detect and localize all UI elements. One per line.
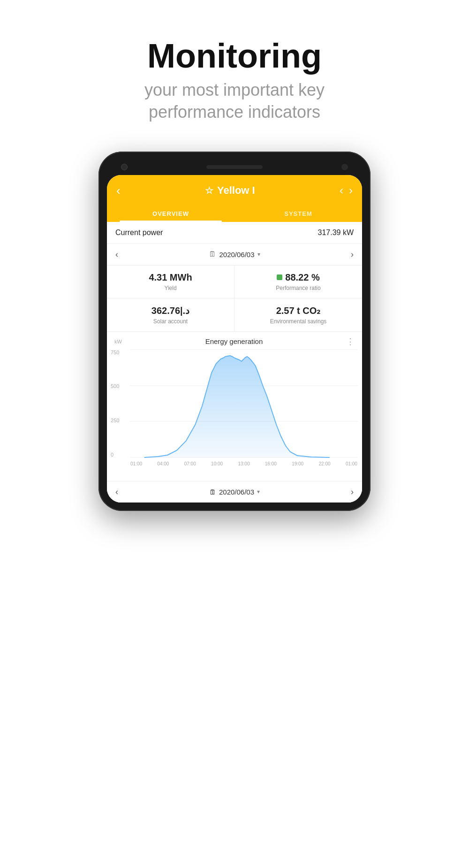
y-label-0: 0 xyxy=(111,452,119,457)
tab-overview[interactable]: OVERVIEW xyxy=(107,206,234,222)
date-next-button[interactable]: › xyxy=(351,250,354,259)
calendar-icon: 🗓 xyxy=(209,250,216,259)
chart-section: kW Energy generation ⋮ 0 250 500 750 xyxy=(107,332,362,481)
yield-label: Yield xyxy=(115,285,226,291)
env-savings-label: Environmental savings xyxy=(243,318,354,325)
date-nav-row: ‹ 🗓 2020/06/03 ▾ › xyxy=(107,244,362,266)
phone-screen: ‹ ☆ Yellow I ‹ › OVERVIEW xyxy=(107,175,362,503)
bottom-next-button[interactable]: › xyxy=(351,487,354,497)
phone-sensor xyxy=(341,164,348,170)
app-title: Yellow I xyxy=(217,184,255,197)
bottom-nav-row: ‹ 🗓 2020/06/03 ▾ › xyxy=(107,481,362,503)
back-button[interactable]: ‹ xyxy=(116,183,121,198)
x-label-1300: 13:00 xyxy=(238,461,250,466)
yield-value: 4.31 MWh xyxy=(115,272,226,283)
prev-icon[interactable]: ‹ xyxy=(340,184,343,197)
performance-value: 88.22 % xyxy=(243,272,354,283)
page-header: Monitoring your most important key perfo… xyxy=(144,38,325,123)
phone-speaker xyxy=(206,165,263,169)
app-tabs: OVERVIEW SYSTEM xyxy=(107,206,362,222)
dropdown-icon: ▾ xyxy=(257,251,260,258)
page-title: Monitoring xyxy=(144,38,325,75)
bottom-dropdown-icon: ▾ xyxy=(257,488,260,495)
chart-more-button[interactable]: ⋮ xyxy=(346,336,355,347)
app-header: ‹ ☆ Yellow I ‹ › OVERVIEW xyxy=(107,175,362,222)
y-label-250: 250 xyxy=(111,418,119,423)
page-subtitle: your most important key performance indi… xyxy=(144,79,325,123)
phone-wrapper: ‹ ☆ Yellow I ‹ › OVERVIEW xyxy=(98,152,371,511)
chart-header: kW Energy generation ⋮ xyxy=(107,336,362,350)
phone-notch xyxy=(107,160,362,175)
current-power-row: Current power 317.39 kW xyxy=(107,222,362,244)
next-icon[interactable]: › xyxy=(349,184,353,197)
x-label-2200: 22:00 xyxy=(319,461,331,466)
bottom-date-display[interactable]: 🗓 2020/06/03 ▾ xyxy=(209,488,260,496)
app-content: Current power 317.39 kW ‹ 🗓 2020/06/03 ▾… xyxy=(107,222,362,503)
current-power-value: 317.39 kW xyxy=(318,228,354,237)
chart-title: Energy generation xyxy=(205,337,263,345)
y-label-750: 750 xyxy=(111,350,119,355)
x-label-0400: 04:00 xyxy=(157,461,169,466)
x-label-0100b: 01:00 xyxy=(346,461,357,466)
app-header-top: ‹ ☆ Yellow I ‹ › xyxy=(107,175,362,203)
solar-account-value: 362.76|.د xyxy=(115,305,226,316)
env-savings-value: 2.57 t CO₂ xyxy=(243,305,354,316)
stat-performance: 88.22 % Performance ratio xyxy=(234,266,362,298)
stat-env-savings: 2.57 t CO₂ Environmental savings xyxy=(234,298,362,331)
performance-label: Performance ratio xyxy=(243,285,354,291)
phone-camera xyxy=(121,164,128,170)
chart-x-labels: 01:00 04:00 07:00 10:00 13:00 16:00 19:0… xyxy=(130,459,357,466)
x-label-1900: 19:00 xyxy=(292,461,303,466)
bottom-date-value: 2020/06/03 xyxy=(219,488,254,496)
phone-frame: ‹ ☆ Yellow I ‹ › OVERVIEW xyxy=(98,152,371,511)
back-icon: ‹ xyxy=(116,183,121,198)
chart-kw-label: kW xyxy=(114,339,122,344)
date-prev-button[interactable]: ‹ xyxy=(115,250,118,259)
app-title-area: ☆ Yellow I xyxy=(205,184,255,197)
star-icon: ☆ xyxy=(205,185,213,196)
y-label-500: 500 xyxy=(111,383,119,389)
current-power-label: Current power xyxy=(115,228,163,237)
x-label-0100: 01:00 xyxy=(130,461,142,466)
chart-y-labels: 0 250 500 750 xyxy=(111,350,119,457)
chart-container: 0 250 500 750 xyxy=(107,350,362,481)
x-label-1600: 16:00 xyxy=(265,461,277,466)
bottom-calendar-icon: 🗓 xyxy=(209,488,216,496)
x-label-1000: 10:00 xyxy=(211,461,223,466)
stat-solar-account: 362.76|.د Solar account xyxy=(107,298,234,331)
date-value: 2020/06/03 xyxy=(219,251,254,259)
energy-chart xyxy=(130,350,357,457)
green-dot-icon xyxy=(277,274,282,280)
x-label-0700: 07:00 xyxy=(184,461,196,466)
date-display[interactable]: 🗓 2020/06/03 ▾ xyxy=(209,250,260,259)
tab-system[interactable]: SYSTEM xyxy=(234,206,362,222)
stats-grid: 4.31 MWh Yield 88.22 % Performance ratio xyxy=(107,266,362,332)
solar-account-label: Solar account xyxy=(115,318,226,325)
bottom-prev-button[interactable]: ‹ xyxy=(115,487,118,497)
header-nav[interactable]: ‹ › xyxy=(340,184,353,197)
stat-yield: 4.31 MWh Yield xyxy=(107,266,234,298)
